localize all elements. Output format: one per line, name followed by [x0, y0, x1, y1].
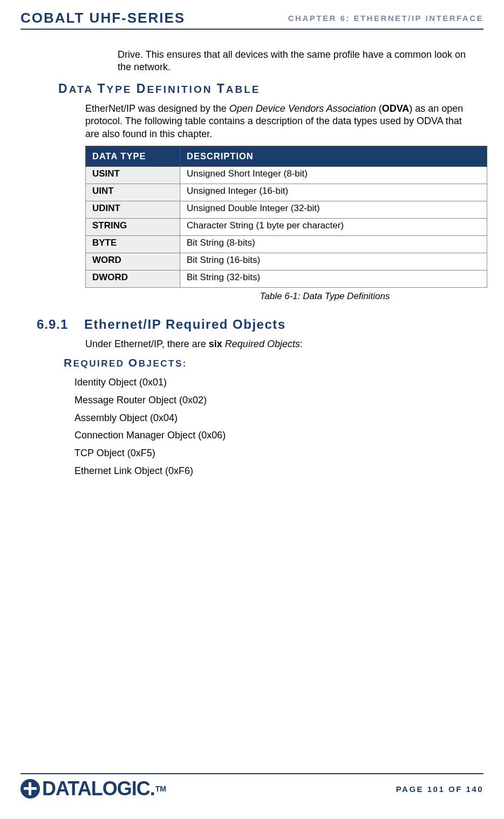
datalogic-logo-icon	[21, 779, 40, 798]
list-item: Ethernet Link Object (0xF6)	[74, 463, 483, 479]
logo-text: DATALOGIC.	[42, 777, 155, 800]
heading-letter: R	[64, 356, 73, 369]
page-footer: DATALOGIC.TM PAGE 101 OF 140	[21, 773, 483, 800]
logo-tm: TM	[155, 784, 166, 793]
section-title: Ethernet/IP Required Objects	[84, 317, 286, 332]
table-row: UINTUnsigned Integer (16-bit)	[86, 184, 487, 201]
table-caption: Table 6-1: Data Type Definitions	[85, 291, 467, 302]
table-row: STRINGCharacter String (1 byte per chara…	[86, 218, 487, 235]
table-cell: Unsigned Integer (16-bit)	[180, 184, 487, 201]
text-part: Under Ethernet/IP, there are	[85, 339, 209, 349]
list-item: Identity Object (0x01)	[74, 375, 483, 390]
page-number: PAGE 101 OF 140	[396, 784, 483, 794]
table-cell: BYTE	[86, 235, 180, 253]
text-italic: Required Objects	[222, 339, 300, 349]
heading-part: BJECTS	[139, 358, 183, 369]
page-header: COBALT UHF-SERIES CHAPTER 6: ETHERNET/IP…	[21, 10, 483, 30]
section-number: 6.9.1	[37, 317, 84, 332]
list-item: Assembly Object (0x04)	[74, 410, 483, 426]
heading-letter: T	[97, 82, 106, 96]
heading-letter: D	[58, 82, 69, 96]
text-bold: six	[209, 339, 222, 349]
table-row: USINTUnsigned Short Integer (8-bit)	[86, 166, 487, 184]
table-cell: Bit String (16-bits)	[180, 253, 487, 270]
heading-letter: T	[217, 82, 226, 96]
table-cell: Bit String (32-bits)	[180, 270, 487, 287]
text-part: (	[376, 103, 382, 114]
table-cell: DWORD	[86, 270, 180, 287]
table-cell: WORD	[86, 253, 180, 270]
required-objects-intro: Under Ethernet/IP, there are six Require…	[85, 339, 467, 350]
heading-letter: O	[128, 356, 139, 369]
list-item: Connection Manager Object (0x06)	[74, 428, 483, 443]
header-title-right: CHAPTER 6: ETHERNET/IP INTERFACE	[288, 13, 483, 23]
table-header-row: DATA TYPE DESCRIPTION	[86, 146, 487, 166]
table-row: UDINTUnsigned Double Integer (32-bit)	[86, 201, 487, 218]
table-row: DWORDBit String (32-bits)	[86, 270, 487, 287]
heading-letter: D	[137, 82, 147, 96]
table-header-cell: DATA TYPE	[86, 146, 180, 166]
footer-logo: DATALOGIC.TM	[21, 777, 166, 800]
table-cell: Unsigned Double Integer (32-bit)	[180, 201, 487, 218]
text-part: EtherNet/IP was designed by the	[85, 103, 229, 114]
table-row: BYTEBit String (8-bits)	[86, 235, 487, 253]
list-item: Message Router Object (0x02)	[74, 392, 483, 408]
table-cell: Bit String (8-bits)	[180, 235, 487, 253]
table-cell: UINT	[86, 184, 180, 201]
table-cell: UDINT	[86, 201, 180, 218]
required-objects-heading: REQUIRED OBJECTS:	[64, 356, 483, 369]
table-cell: USINT	[86, 166, 180, 184]
text-bold: ODVA	[382, 103, 410, 114]
intro-paragraph: Drive. This ensures that all devices wit…	[118, 49, 467, 74]
heading-part: EQUIRED	[73, 358, 128, 369]
section-heading-row: 6.9.1 Ethernet/IP Required Objects	[37, 317, 483, 332]
heading-part: ABLE	[226, 84, 261, 95]
table-header-cell: DESCRIPTION	[180, 146, 487, 166]
table-row: WORDBit String (16-bits)	[86, 253, 487, 270]
table-cell: Character String (1 byte per character)	[180, 218, 487, 235]
data-type-paragraph: EtherNet/IP was designed by the Open Dev…	[85, 103, 467, 140]
heading-part: YPE	[107, 84, 137, 95]
header-title-left: COBALT UHF-SERIES	[21, 10, 185, 26]
required-objects-list: Identity Object (0x01) Message Router Ob…	[74, 375, 483, 479]
heading-part: ATA	[69, 84, 98, 95]
list-item: TCP Object (0xF5)	[74, 445, 483, 461]
data-type-definition-heading: DATA TYPE DEFINITION TABLE	[58, 82, 483, 96]
table-cell: STRING	[86, 218, 180, 235]
text-part: :	[300, 339, 303, 349]
text-italic: Open Device Vendors Association	[229, 103, 376, 114]
heading-part: :	[183, 358, 187, 369]
heading-part: EFINITION	[147, 84, 216, 95]
table-cell: Unsigned Short Integer (8-bit)	[180, 166, 487, 184]
data-type-table: DATA TYPE DESCRIPTION USINTUnsigned Shor…	[85, 146, 487, 288]
